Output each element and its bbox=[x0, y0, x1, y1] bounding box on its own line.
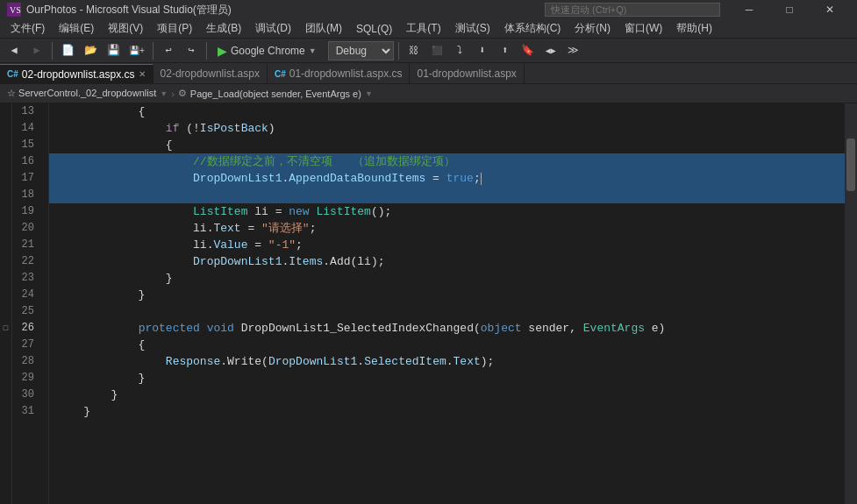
tab-01-cs[interactable]: C# 01-dropdownlist.aspx.cs bbox=[268, 64, 411, 83]
svg-text:VS: VS bbox=[10, 5, 21, 15]
breadcrumb-gear-icon: ⚙ bbox=[178, 88, 187, 99]
margin-27 bbox=[0, 337, 11, 353]
margin-13 bbox=[0, 103, 11, 120]
code-line-29: } bbox=[49, 370, 845, 387]
linenum-18: 18 bbox=[12, 187, 41, 203]
tabs-bar: C# 02-dropdownlist.aspx.cs ✕ 02-dropdown… bbox=[0, 63, 857, 84]
code-line-23: } bbox=[49, 270, 845, 287]
minimize-button[interactable]: ─ bbox=[729, 0, 769, 19]
tab-close-0[interactable]: ✕ bbox=[139, 69, 146, 79]
tab-label-3: 01-dropdownlist.aspx bbox=[417, 67, 516, 80]
step-out-button[interactable]: ⬆ bbox=[495, 40, 516, 61]
code-margin: □ bbox=[0, 103, 12, 504]
close-button[interactable]: ✕ bbox=[810, 0, 850, 19]
linenum-30: 30 bbox=[12, 387, 41, 403]
linenum-27: 27 bbox=[12, 337, 41, 353]
title-bar: VS OurPhotos - Microsoft Visual Studio(管… bbox=[0, 0, 857, 19]
menu-test[interactable]: 测试(S) bbox=[448, 19, 497, 39]
code-line-15: { bbox=[49, 137, 845, 153]
margin-30 bbox=[0, 387, 11, 403]
margin-23 bbox=[0, 270, 11, 287]
margin-26: □ bbox=[0, 320, 11, 337]
menu-view[interactable]: 视图(V) bbox=[101, 19, 150, 39]
margin-29 bbox=[0, 370, 11, 387]
linenum-25: 25 bbox=[12, 303, 41, 320]
breadcrumb-dropdown-right[interactable]: ▼ bbox=[365, 89, 373, 98]
new-file-button[interactable]: 📄 bbox=[57, 40, 78, 61]
line-numbers: 13 14 15 16 17 18 19 20 21 22 23 24 25 2… bbox=[12, 103, 49, 504]
run-button[interactable]: ▶ Google Chrome ▼ bbox=[211, 41, 323, 60]
breadcrumb-left[interactable]: ☆ ServerControl._02_dropdownlist bbox=[7, 88, 156, 99]
title-text: OurPhotos - Microsoft Visual Studio(管理员) bbox=[26, 3, 545, 18]
tab-icon-2: C# bbox=[275, 69, 286, 79]
code-line-31: } bbox=[49, 403, 845, 420]
tab-icon-0: C# bbox=[7, 69, 18, 79]
code-line-20: li.Text = "请选择"; bbox=[49, 220, 845, 237]
tab-02-aspx[interactable]: 02-dropdownlist.aspx bbox=[154, 64, 268, 83]
margin-17 bbox=[0, 170, 11, 187]
config-dropdown[interactable]: Debug Release bbox=[328, 41, 394, 60]
forward-button[interactable]: ▶ bbox=[26, 40, 47, 61]
more-button[interactable]: ≫ bbox=[563, 40, 584, 61]
linenum-22: 22 bbox=[12, 253, 41, 270]
code-line-28: Response.Write(DropDownList1.SelectedIte… bbox=[49, 353, 845, 370]
menu-arch[interactable]: 体系结构(C) bbox=[497, 19, 568, 39]
margin-21 bbox=[0, 237, 11, 253]
margin-19 bbox=[0, 203, 11, 220]
menu-tools[interactable]: 工具(T) bbox=[399, 19, 447, 39]
code-line-16: //数据绑定之前，不清空项 （追加数据绑定项） bbox=[49, 153, 845, 170]
code-lines[interactable]: { if (!IsPostBack) { //数据绑定之前，不清空项 （追加数据… bbox=[49, 103, 845, 504]
linenum-29: 29 bbox=[12, 370, 41, 387]
menu-analyze[interactable]: 分析(N) bbox=[568, 19, 618, 39]
bookmark-button[interactable]: 🔖 bbox=[518, 40, 539, 61]
code-line-27: { bbox=[49, 337, 845, 353]
save-button[interactable]: 💾 bbox=[103, 40, 124, 61]
menu-bar: 文件(F) 编辑(E) 视图(V) 项目(P) 生成(B) 调试(D) 团队(M… bbox=[0, 19, 857, 39]
menu-edit[interactable]: 编辑(E) bbox=[52, 19, 101, 39]
code-line-13: { bbox=[49, 103, 845, 120]
code-line-30: } bbox=[49, 387, 845, 403]
linenum-24: 24 bbox=[12, 287, 41, 303]
tab-label-1: 02-dropdownlist.aspx bbox=[161, 67, 260, 80]
nav-buttons[interactable]: ◀▶ bbox=[540, 40, 561, 61]
menu-project[interactable]: 项目(P) bbox=[150, 19, 199, 39]
breakpoints-button[interactable]: ⬛ bbox=[426, 40, 447, 61]
tab-label-0: 02-dropdownlist.aspx.cs bbox=[22, 68, 135, 81]
attach-button[interactable]: ⛓ bbox=[404, 40, 425, 61]
margin-22 bbox=[0, 253, 11, 270]
menu-build[interactable]: 生成(B) bbox=[199, 19, 248, 39]
margin-28 bbox=[0, 353, 11, 370]
menu-file[interactable]: 文件(F) bbox=[4, 19, 52, 39]
margin-24 bbox=[0, 287, 11, 303]
menu-window[interactable]: 窗口(W) bbox=[618, 19, 669, 39]
linenum-19: 19 bbox=[12, 203, 41, 220]
margin-15 bbox=[0, 137, 11, 153]
maximize-button[interactable]: □ bbox=[769, 0, 810, 19]
linenum-26: 26 bbox=[12, 320, 41, 337]
toolbar-more-buttons: ⛓ ⬛ ⤵ ⬇ ⬆ 🔖 ◀▶ ≫ bbox=[404, 40, 584, 61]
step-over-button[interactable]: ⤵ bbox=[449, 40, 470, 61]
scrollbar-thumb[interactable] bbox=[846, 138, 855, 191]
redo-button[interactable]: ↪ bbox=[181, 40, 202, 61]
breadcrumb-right[interactable]: Page_Load(object sender, EventArgs e) bbox=[190, 89, 361, 99]
vs-icon: VS bbox=[7, 3, 21, 17]
menu-team[interactable]: 团队(M) bbox=[298, 19, 349, 39]
code-editor: □ 13 14 15 16 17 18 19 20 21 22 23 24 25… bbox=[0, 103, 857, 504]
tab-01-aspx[interactable]: 01-dropdownlist.aspx bbox=[410, 64, 524, 83]
open-file-button[interactable]: 📂 bbox=[80, 40, 101, 61]
linenum-31: 31 bbox=[12, 403, 41, 420]
menu-debug[interactable]: 调试(D) bbox=[248, 19, 298, 39]
tab-02-cs[interactable]: C# 02-dropdownlist.aspx.cs ✕ bbox=[0, 64, 154, 83]
run-dropdown-arrow[interactable]: ▼ bbox=[309, 46, 317, 55]
back-button[interactable]: ◀ bbox=[4, 40, 25, 61]
step-into-button[interactable]: ⬇ bbox=[472, 40, 493, 61]
quick-launch-input[interactable] bbox=[545, 3, 720, 17]
breadcrumb-dropdown-left[interactable]: ▼ bbox=[160, 89, 168, 98]
linenum-23: 23 bbox=[12, 270, 41, 287]
undo-button[interactable]: ↩ bbox=[158, 40, 179, 61]
code-line-18 bbox=[49, 187, 845, 203]
vertical-scrollbar[interactable] bbox=[845, 103, 857, 504]
menu-help[interactable]: 帮助(H) bbox=[669, 19, 719, 39]
menu-sql[interactable]: SQL(Q) bbox=[349, 19, 399, 39]
save-all-button[interactable]: 💾+ bbox=[125, 40, 148, 61]
